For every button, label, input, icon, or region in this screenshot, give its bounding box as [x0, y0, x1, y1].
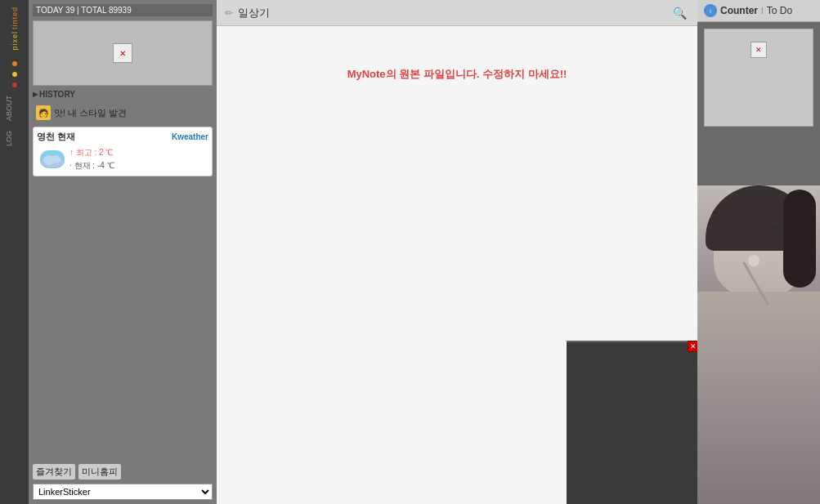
right-content-box: ✕ — [704, 29, 813, 127]
todo-label[interactable]: To Do — [767, 5, 792, 16]
weather-header: 영천 현재 Kweather — [37, 131, 208, 143]
brand-logo: tinted pixel — [3, 4, 26, 53]
counter-icon: i — [704, 4, 717, 17]
bottom-popup: ✕ — [567, 341, 697, 504]
history-item-text: 앗! 내 스타일 발견 — [54, 107, 127, 119]
fav-nav-item[interactable]: 즐겨찾기 — [33, 464, 75, 479]
center-panel-title: 일상기 — [238, 6, 270, 20]
dot-orange — [12, 61, 17, 66]
svg-point-2 — [51, 155, 60, 163]
center-right: ✏ 일상기 🔍 MyNote의 원본 파일입니다. 수정하지 마세요!! i — [217, 0, 820, 504]
history-label: HISTORY — [33, 90, 213, 99]
weather-location: 영천 현재 — [37, 131, 75, 143]
linker-sticker-dropdown[interactable]: LinkerSticker — [33, 484, 213, 500]
photo-area — [697, 185, 820, 504]
mini-home-nav-item[interactable]: 미니홈피 — [78, 464, 121, 479]
separator: I — [761, 7, 764, 16]
brand-name-top: tinted — [11, 7, 19, 29]
counter-label[interactable]: Counter — [720, 5, 758, 16]
search-button[interactable]: 🔍 — [670, 3, 689, 23]
right-broken-img: ✕ — [751, 42, 767, 58]
page-wrapper: tinted pixel ABOUT LOG TODAY 39 | TOTAL … — [0, 0, 820, 504]
history-item[interactable]: 🧑 앗! 내 스타일 발견 — [33, 103, 213, 123]
temp-current: · 현재 : -4 ℃ — [69, 159, 114, 172]
dot-yellow — [12, 72, 17, 77]
right-top-bar: i Counter I To Do — [697, 0, 820, 22]
center-title: ✏ 일상기 — [225, 6, 270, 20]
spacer — [33, 181, 213, 460]
avatar-icon: 🧑 — [36, 105, 51, 120]
cloud-icon — [40, 150, 65, 168]
weather-temps: ↑ 최고 : 2 ℃ · 현재 : -4 ℃ — [69, 146, 114, 172]
dot-red — [12, 83, 17, 87]
left-branding: tinted pixel ABOUT LOG — [0, 0, 29, 504]
weather-box: 영천 현재 Kweather ↑ 최고 : 2 ℃ · 현재 : -4 ℃ — [33, 127, 213, 176]
center-header: ✏ 일상기 🔍 — [217, 0, 697, 26]
sidebar-item-about[interactable]: ABOUT — [3, 92, 26, 124]
profile-broken-img: ✕ — [113, 43, 132, 63]
temp-high: ↑ 최고 : 2 ℃ — [69, 146, 114, 159]
brand-name-bottom: pixel — [11, 31, 19, 51]
weather-brand: Kweather — [172, 132, 208, 141]
weather-details: ↑ 최고 : 2 ℃ · 현재 : -4 ℃ — [37, 146, 208, 172]
sidebar-item-log[interactable]: LOG — [3, 127, 26, 149]
bottom-nav: 즐겨찾기 미니홈피 — [33, 464, 213, 479]
stats-bar: TODAY 39 | TOTAL 89939 — [33, 4, 213, 16]
pencil-icon: ✏ — [225, 7, 233, 19]
note-message: MyNote의 원본 파일입니다. 수정하지 마세요!! — [347, 67, 567, 82]
left-panel: TODAY 39 | TOTAL 89939 ✕ HISTORY 🧑 앗! 내 … — [29, 0, 217, 504]
profile-box: ✕ — [33, 20, 213, 86]
